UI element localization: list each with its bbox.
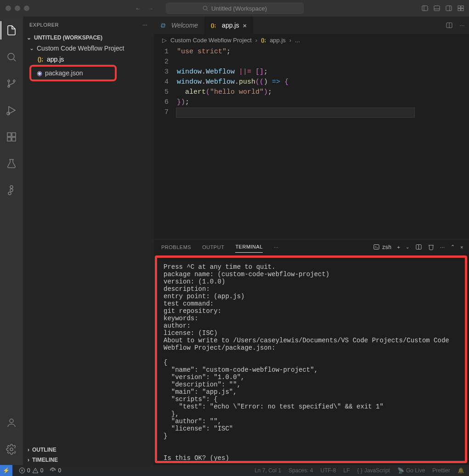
- breadcrumb-segment[interactable]: app.js: [270, 37, 286, 44]
- panel-tab-problems[interactable]: PROBLEMS: [161, 242, 191, 253]
- svg-point-28: [10, 448, 13, 451]
- nav-forward-icon[interactable]: →: [147, 5, 153, 12]
- figma-icon: [6, 185, 17, 196]
- search-icon: [202, 5, 209, 11]
- file-tree: ⌄ Custom Code Webflow Project (); app.js…: [23, 43, 154, 445]
- svg-point-26: [8, 192, 11, 195]
- tree-folder-project[interactable]: ⌄ Custom Code Webflow Project: [23, 43, 154, 54]
- svg-rect-4: [434, 6, 440, 11]
- tab-appjs[interactable]: (); app.js ×: [204, 17, 253, 34]
- svg-point-25: [10, 189, 13, 192]
- svg-point-14: [8, 80, 10, 82]
- terminal-icon: [373, 244, 380, 250]
- chevron-down-icon: ⌄: [29, 45, 34, 51]
- file-label: package.json: [45, 69, 83, 77]
- close-panel-icon[interactable]: ×: [460, 244, 463, 250]
- split-terminal-icon[interactable]: [415, 244, 422, 250]
- activity-search[interactable]: [0, 48, 23, 66]
- toggle-primary-sidebar-icon[interactable]: [421, 5, 429, 12]
- activity-testing[interactable]: [0, 154, 23, 173]
- svg-point-27: [10, 419, 13, 423]
- customize-layout-icon[interactable]: [457, 5, 464, 12]
- tab-label: app.js: [222, 22, 239, 29]
- status-cursor-position[interactable]: Ln 7, Col 1: [254, 467, 281, 474]
- maximize-window-button[interactable]: [24, 6, 29, 11]
- chevron-down-icon: ⌄: [27, 34, 31, 41]
- svg-rect-11: [461, 9, 463, 11]
- terminal-dropdown-icon[interactable]: ⌄: [406, 244, 410, 249]
- panel-actions: zsh + ⌄ ··· ⌃ ×: [373, 244, 463, 250]
- panel-tabs: PROBLEMS OUTPUT TERMINAL ··· zsh + ⌄ ···…: [154, 239, 469, 255]
- svg-rect-19: [7, 133, 11, 136]
- code-editor[interactable]: 1234567 "use strict";window.Webflow ||= …: [154, 46, 469, 239]
- close-window-button[interactable]: [6, 6, 11, 11]
- svg-rect-8: [458, 6, 460, 8]
- svg-rect-20: [12, 133, 16, 136]
- svg-rect-22: [12, 137, 16, 141]
- command-center-search[interactable]: Untitled (Workspace): [166, 3, 304, 14]
- breadcrumb[interactable]: ▷ Custom Code Webflow Project › (); app.…: [154, 34, 469, 46]
- breadcrumb-segment[interactable]: ...: [295, 37, 300, 44]
- explorer-more-icon[interactable]: ···: [142, 22, 147, 28]
- status-prettier[interactable]: Prettier: [432, 467, 450, 474]
- tab-close-icon[interactable]: ×: [243, 22, 247, 29]
- status-encoding[interactable]: UTF-8: [321, 467, 336, 474]
- status-golive[interactable]: 📡 Go Live: [397, 467, 425, 474]
- tab-welcome[interactable]: ⧉ Welcome: [154, 17, 204, 34]
- code-content[interactable]: "use strict";window.Webflow ||= [];windo…: [177, 46, 415, 239]
- breadcrumb-segment[interactable]: Custom Code Webflow Project: [170, 37, 252, 44]
- vscode-icon: ⧉: [160, 22, 168, 29]
- layout-controls: [421, 5, 464, 12]
- toggle-secondary-sidebar-icon[interactable]: [445, 5, 452, 12]
- panel-tab-terminal[interactable]: TERMINAL: [235, 241, 263, 253]
- activity-bar: [0, 17, 23, 465]
- gear-icon: [6, 444, 17, 455]
- workspace-title: Untitled (Workspace): [211, 5, 267, 12]
- activity-run-debug[interactable]: [0, 101, 23, 119]
- minimize-window-button[interactable]: [15, 6, 20, 11]
- svg-rect-21: [7, 137, 11, 141]
- js-file-icon: ();: [211, 22, 218, 29]
- activity-explorer[interactable]: [0, 21, 23, 40]
- error-icon: [19, 467, 25, 474]
- remote-indicator[interactable]: ⚡: [0, 465, 12, 476]
- status-language[interactable]: { } JavaScript: [357, 467, 390, 474]
- terminal-content[interactable]: Press ^C at any time to quit. package na…: [155, 255, 467, 463]
- tree-file-package-json[interactable]: ◉ package.json: [29, 65, 117, 81]
- timeline-label: TIMELINE: [32, 457, 58, 463]
- npm-file-icon: ◉: [37, 69, 42, 77]
- workspace-header[interactable]: ⌄ UNTITLED (WORKSPACE): [23, 33, 154, 43]
- activity-accounts[interactable]: [0, 414, 23, 432]
- outline-label: OUTLINE: [32, 447, 57, 453]
- svg-rect-9: [461, 6, 463, 8]
- minimap[interactable]: [441, 46, 469, 239]
- panel-overflow-icon[interactable]: ···: [440, 244, 445, 250]
- status-eol[interactable]: LF: [344, 467, 350, 474]
- panel-more-icon[interactable]: ···: [274, 244, 279, 250]
- activity-figma[interactable]: [0, 181, 23, 199]
- tree-file-appjs[interactable]: (); app.js: [23, 54, 154, 65]
- toggle-panel-icon[interactable]: [433, 5, 441, 12]
- activity-extensions[interactable]: [0, 128, 23, 146]
- status-ports[interactable]: 0: [50, 467, 61, 474]
- timeline-section[interactable]: › TIMELINE: [23, 455, 154, 465]
- activity-settings[interactable]: [0, 440, 23, 459]
- status-errors[interactable]: 0 0: [19, 467, 43, 474]
- maximize-panel-icon[interactable]: ⌃: [451, 244, 455, 250]
- tab-more-icon[interactable]: ···: [459, 22, 464, 29]
- run-icon[interactable]: ▷: [162, 37, 167, 44]
- search-icon: [6, 51, 17, 62]
- nav-arrows: ← →: [135, 5, 153, 12]
- chevron-right-icon: ›: [28, 457, 29, 463]
- outline-section[interactable]: › OUTLINE: [23, 445, 154, 455]
- terminal-shell-label[interactable]: zsh: [373, 244, 391, 250]
- status-spaces[interactable]: Spaces: 4: [288, 467, 313, 474]
- nav-back-icon[interactable]: ←: [135, 5, 141, 12]
- status-notifications-icon[interactable]: 🔔: [458, 467, 464, 474]
- activity-source-control[interactable]: [0, 74, 23, 93]
- kill-terminal-icon[interactable]: [428, 244, 435, 250]
- sidebar: EXPLORER ··· ⌄ UNTITLED (WORKSPACE) ⌄ Cu…: [23, 17, 154, 465]
- new-terminal-icon[interactable]: +: [397, 244, 400, 250]
- panel-tab-output[interactable]: OUTPUT: [202, 242, 224, 253]
- split-editor-icon[interactable]: [446, 22, 453, 29]
